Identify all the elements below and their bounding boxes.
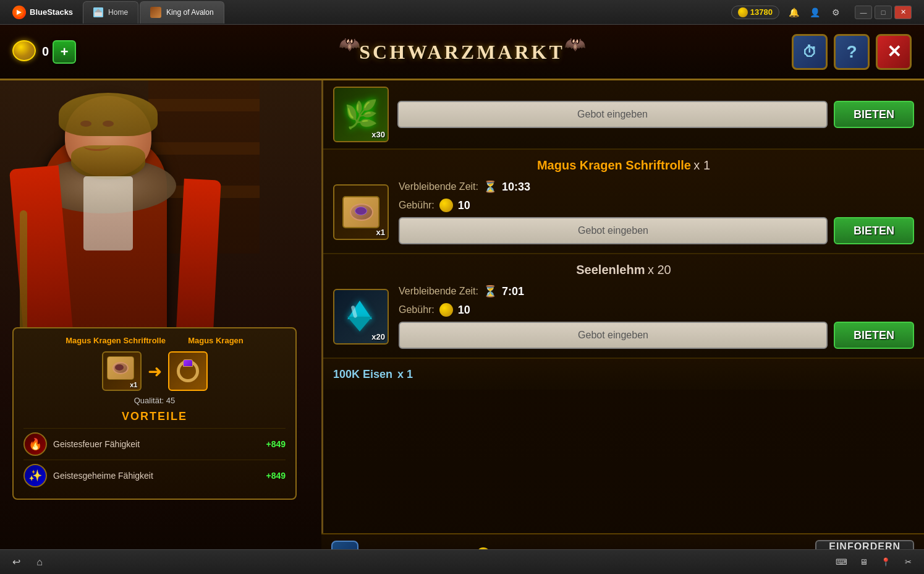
main-content: Magus Kragen Schriftrolle Magus Kragen: [0, 80, 924, 574]
window-controls: — □ ✕: [855, 6, 912, 19]
bat-wing-right-decor: 🦇: [564, 34, 586, 54]
listing-0-qty-badge: x30: [371, 130, 385, 139]
listing-1-bid-input[interactable]: Gebot eingeben: [399, 217, 828, 244]
listing-2-header: Seelenlehm x 20: [333, 263, 914, 277]
notification-btn[interactable]: 🔔: [787, 6, 800, 19]
home-tab-icon: [93, 7, 103, 17]
keyboard-icon[interactable]: ⌨: [833, 554, 850, 571]
listing-seelenlehm: Seelenlehm x 20: [323, 254, 924, 359]
market-title: SCHWARZMARKT: [359, 40, 564, 63]
gold-coins-display: 0 +: [12, 40, 76, 64]
listing-1-fee-value: 10: [458, 199, 470, 212]
craft-recipe-row: x1 ➜: [23, 351, 286, 391]
benefit-row-2: ✨ Geistesgeheime Fähigkeit +849: [23, 460, 286, 491]
titlebar-right: 13780 🔔 👤 ⚙ — □ ✕: [731, 6, 919, 19]
listing-2-time-label: Verbleibende Zeit:: [399, 286, 478, 297]
benefit-label-1: Geistesfeuer Fähigkeit: [53, 439, 260, 449]
listing-2-body: x20 Verbleibende Zeit: ⏳ 7:01 Gebühr:: [333, 285, 914, 349]
maximize-btn[interactable]: □: [875, 6, 892, 19]
from-item-qty: x1: [130, 381, 137, 388]
listing-1-body: x1 Verbleibende Zeit: ⏳ 10:33 Gebühr:: [333, 180, 914, 244]
history-button[interactable]: ⏱: [792, 34, 828, 70]
taskbar-right: ⌨ 🖥 📍 ✂: [833, 554, 917, 571]
listing-2-icon: x20: [333, 289, 389, 345]
timer-icon-2: ⏳: [483, 285, 497, 298]
listings-scroll[interactable]: 🌿 x30 Gebot eingeben BIETEN: [323, 80, 924, 574]
listing-1-bid-row: Gebot eingeben BIETEN: [399, 217, 914, 244]
fee-coin-icon-1: [439, 199, 453, 212]
game-tab-label: King of Avalon: [166, 8, 214, 17]
benefit-value-1: +849: [266, 439, 286, 449]
listing-1-fee-row: Gebühr: 10: [399, 199, 914, 212]
bat-wing-left-decor: 🦇: [339, 34, 360, 54]
tab-home[interactable]: Home: [83, 1, 138, 24]
home-tab-label: Home: [108, 8, 128, 17]
benefit-icon-magic: ✨: [23, 464, 47, 487]
listing-partial-top: 🌿 x30 Gebot eingeben BIETEN: [323, 80, 924, 150]
history-icon: ⏱: [802, 43, 817, 61]
listing-1-bieten-btn[interactable]: BIETEN: [834, 217, 914, 244]
from-item-icon: x1: [102, 351, 142, 391]
listing-1-time-row: Verbleibende Zeit: ⏳ 10:33: [399, 180, 914, 194]
listing-partial-bottom: 100K Eisen x 1: [323, 359, 924, 390]
listing-2-bid-input[interactable]: Gebot eingeben: [399, 322, 828, 349]
listing-2-qty: x 20: [648, 263, 671, 276]
back-btn[interactable]: ↩: [7, 554, 25, 571]
green-item-icon: 🌿: [344, 98, 378, 131]
add-coins-button[interactable]: +: [53, 40, 76, 64]
svg-rect-3: [95, 12, 102, 16]
taskbar: ↩ ⌂ ⌨ 🖥 📍 ✂: [0, 549, 924, 574]
close-market-button[interactable]: ✕: [876, 34, 912, 70]
scissors-icon[interactable]: ✂: [899, 554, 917, 571]
listing-0-bid-input[interactable]: Gebot eingeben: [397, 101, 828, 128]
help-icon: ?: [846, 42, 857, 62]
topbar-right: ⏱ ? ✕: [792, 34, 912, 70]
fire-icon: 🔥: [28, 437, 42, 451]
coin-stack: [12, 40, 38, 64]
listing-2-fee-label: Gebühr:: [399, 304, 434, 315]
listing-0-icon: 🌿 x30: [333, 87, 389, 142]
location-icon[interactable]: 📍: [877, 554, 894, 571]
listing-1-title: Magus Kragen Schriftrolle: [537, 158, 691, 172]
benefit-value-2: +849: [266, 471, 286, 481]
fee-coin-icon-2: [439, 303, 453, 317]
settings-btn[interactable]: ⚙: [829, 6, 842, 19]
help-button[interactable]: ?: [834, 34, 870, 70]
tab-bar: Home King of Avalon: [83, 0, 731, 24]
item-info-box: Magus Kragen Schriftrolle Magus Kragen: [12, 327, 297, 500]
game-area: 0 + 🦇 SCHWARZMARKT 🦇 ⏱ ? ✕: [0, 25, 924, 574]
right-panel: 🌿 x30 Gebot eingeben BIETEN: [321, 80, 924, 574]
window-close-btn[interactable]: ✕: [894, 6, 912, 19]
tab-game[interactable]: King of Avalon: [140, 1, 224, 24]
bs-app-icon: [12, 6, 26, 19]
info-from-label: Magus Kragen Schriftrolle Magus Kragen: [23, 336, 286, 345]
minimize-btn[interactable]: —: [855, 6, 872, 19]
timer-icon-1: ⏳: [483, 180, 497, 194]
listing-0-bieten-btn[interactable]: BIETEN: [834, 101, 914, 128]
game-tab-icon: [150, 7, 161, 18]
listing-1-icon: x1: [333, 184, 389, 240]
listing-1-qty: x 1: [693, 158, 710, 172]
quality-label: Qualität: 45: [23, 396, 286, 405]
listing-2-bieten-btn[interactable]: BIETEN: [834, 322, 914, 349]
listing-1-header: Magus Kragen Schriftrolle x 1: [333, 158, 914, 173]
listing-1-time-value: 10:33: [502, 181, 530, 194]
display-icon[interactable]: 🖥: [855, 554, 872, 571]
listing-2-time-value: 7:01: [502, 285, 524, 298]
left-panel: Magus Kragen Schriftrolle Magus Kragen: [0, 80, 321, 574]
titlebar: BlueStacks Home King of Avalon 13780 🔔 👤…: [0, 0, 924, 25]
topbar-left: 0 +: [12, 40, 76, 64]
listing-2-details: Verbleibende Zeit: ⏳ 7:01 Gebühr: 10: [399, 285, 914, 349]
taskbar-left: ↩ ⌂: [7, 554, 48, 571]
listing-1-fee-label: Gebühr:: [399, 200, 434, 211]
listing-1-details: Verbleibende Zeit: ⏳ 10:33 Gebühr: 10: [399, 180, 914, 244]
game-topbar: 0 + 🦇 SCHWARZMARKT 🦇 ⏱ ? ✕: [0, 25, 924, 80]
home-btn[interactable]: ⌂: [31, 554, 48, 571]
profile-btn[interactable]: 👤: [808, 6, 821, 19]
listing-magus: Magus Kragen Schriftrolle x 1: [323, 150, 924, 254]
benefit-row-1: 🔥 Geistesfeuer Fähigkeit +849: [23, 428, 286, 460]
benefit-icon-fire: 🔥: [23, 432, 47, 456]
listing-3-qty-partial: x 1: [397, 368, 413, 381]
bluestacks-logo[interactable]: BlueStacks: [5, 6, 80, 19]
listing-2-bid-row: Gebot eingeben BIETEN: [399, 322, 914, 349]
